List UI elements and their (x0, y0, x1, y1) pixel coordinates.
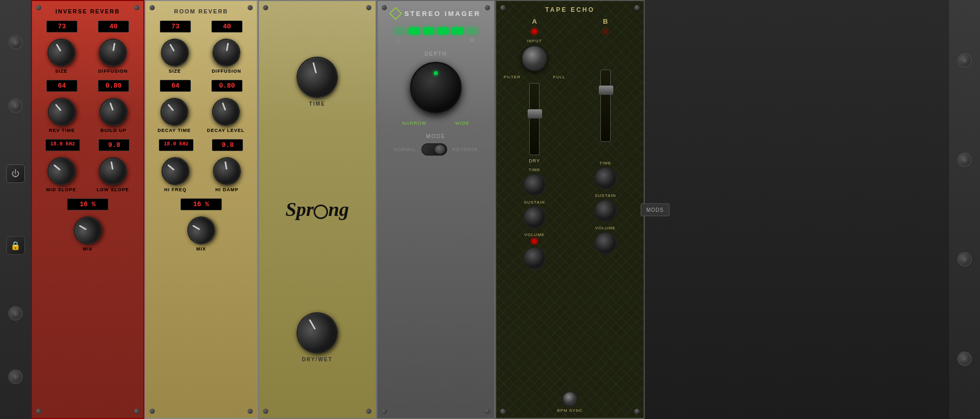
diffusion-knob[interactable] (97, 37, 129, 69)
spring-time-knob[interactable] (292, 52, 342, 103)
rr-hi-freq-knob[interactable] (156, 152, 195, 191)
spring-logo: Sprng (285, 198, 349, 221)
build-up-label: BUILD UP (101, 128, 127, 133)
lock-button[interactable]: 🔒 (6, 236, 25, 255)
size-knob[interactable] (42, 33, 80, 72)
mods-button[interactable]: MODS (641, 203, 669, 216)
spring-logo-ng: ng (328, 198, 349, 220)
build-up-knob[interactable] (95, 94, 131, 129)
rr-hifreq-hidamp-display-row: 18.0 kHz 9.8 (150, 139, 253, 151)
te-volume-knob-a[interactable] (523, 247, 546, 270)
te-channel-a: A INPUT FILTER FULL DRY (500, 18, 569, 271)
te-fader-b-thumb[interactable] (599, 86, 613, 95)
rr-hi-freq-display: 18.0 kHz (159, 139, 193, 151)
mid-slope-label: MID SLOPE (46, 187, 77, 192)
rr-size-knob-container: SIZE (161, 39, 189, 74)
rr-hi-damp-label: HI DAMP (216, 187, 239, 192)
stereo-imager-module: STEREO IMAGER L R DEPTH (377, 0, 495, 419)
panel-screw-br (134, 409, 139, 414)
room-reverb-title: ROOM REVERB (150, 6, 253, 19)
spring-screw-tl (263, 5, 268, 10)
mix-display-row: 16 % (36, 198, 139, 210)
rr-decay-level-knob[interactable] (208, 94, 243, 129)
panel-screw-bl (36, 409, 41, 414)
spring-drywet-knob[interactable] (289, 305, 345, 361)
low-slope-knob[interactable] (97, 155, 129, 188)
te-sustain-knob-b[interactable] (594, 199, 617, 222)
te-input-label: INPUT (527, 39, 542, 43)
rack-screw-bl (8, 306, 23, 321)
rack-screw-tr2 (957, 153, 972, 167)
te-fader-a-thumb[interactable] (528, 109, 542, 119)
mid-slope-knob[interactable] (42, 152, 81, 191)
si-depth-label: DEPTH (424, 51, 447, 57)
te-bpm-sync-label: BPM SYNC (557, 408, 583, 413)
te-time-knob-b[interactable] (594, 167, 617, 190)
te-filter-full-row: FILTER FULL (504, 75, 565, 79)
tape-echo-module: TAPE ECHO A INPUT FILTER FULL (495, 0, 645, 419)
si-meter-container: L R (383, 27, 489, 43)
spring-time-section: TIME (297, 57, 338, 107)
lock-icon: 🔒 (10, 241, 21, 250)
spring-coil (314, 205, 328, 219)
mix-knob-row: MIX (36, 214, 139, 254)
midslope-lowslope-knob-row: MID SLOPE LOW SLOPE (36, 155, 139, 194)
rr-size-knob[interactable] (156, 33, 194, 72)
rr-hi-damp-knob[interactable] (211, 155, 243, 188)
si-mode-toggle[interactable] (421, 143, 447, 156)
rr-mix-display-row: 16 % (150, 198, 253, 210)
te-fader-b-track (600, 70, 611, 142)
rack-screw-br2 (957, 351, 972, 366)
mid-slope-knob-container: MID SLOPE (46, 157, 77, 192)
te-channels: A INPUT FILTER FULL DRY (500, 18, 640, 271)
te-volume-label-b: VOLUME (595, 226, 616, 230)
te-time-knob-a[interactable] (523, 174, 546, 196)
rr-mix-knob-container: MIX (187, 216, 215, 252)
te-screw-tr (634, 5, 640, 10)
rr-size-label: SIZE (169, 69, 181, 74)
spring-logo-s: Spr (285, 198, 314, 220)
si-mode-label: MODE (426, 133, 446, 139)
te-fader-a-track (529, 83, 540, 155)
te-volume-knob-b[interactable] (594, 232, 617, 255)
build-up-knob-container: BUILD UP (100, 98, 127, 133)
te-title: TAPE ECHO (500, 6, 640, 13)
rev-time-knob[interactable] (42, 92, 81, 131)
modules-container: INVERSE REVERB 73 40 SIZE DIFFUSION 64 (31, 0, 949, 419)
spring-screw-br (366, 409, 371, 414)
power-button[interactable]: ⏻ (6, 164, 25, 183)
rr-diffusion-knob-container: DIFFUSION (211, 39, 241, 74)
panel-screw-br (248, 409, 253, 414)
rr-diffusion-knob[interactable] (210, 37, 243, 69)
si-depth-knob[interactable] (410, 62, 462, 113)
midfreq-lowslope-display-row: 18.0 kHz 9.8 (36, 139, 139, 151)
low-slope-knob-container: LOW SLOPE (96, 157, 129, 192)
si-screw-br (485, 409, 490, 414)
rr-mix-knob-row: MIX (150, 214, 253, 254)
panel-screw-tl (150, 5, 155, 10)
te-screw-tl (500, 5, 505, 10)
rr-diffusion-label: DIFFUSION (211, 69, 241, 74)
rr-mix-knob[interactable] (182, 211, 220, 249)
te-bpm-knob[interactable] (562, 391, 578, 407)
panel-screw-tr (248, 5, 253, 10)
spring-module: TIME Sprng DRY/WET (258, 0, 377, 419)
rr-size-display: 73 (160, 21, 191, 32)
si-meters (394, 27, 478, 35)
te-input-knob[interactable] (521, 45, 547, 71)
revtime-buildup-knob-row: REV TIME BUILD UP (36, 96, 139, 135)
si-screw-tl (382, 5, 387, 10)
mix-knob[interactable] (69, 211, 107, 249)
rr-decay-time-display: 64 (160, 80, 191, 92)
rr-decay-display-row: 64 0.80 (150, 80, 253, 92)
si-screw-tr (485, 5, 490, 10)
spring-screw-tr (366, 5, 371, 10)
spring-time-label: TIME (309, 101, 325, 107)
si-title-block: STEREO IMAGER (404, 10, 481, 18)
te-volume-a-led (532, 239, 537, 244)
te-sustain-knob-a[interactable] (523, 206, 546, 229)
te-screw-bl (500, 409, 505, 414)
si-narrow-label: NARROW (402, 121, 427, 126)
rr-decay-time-knob[interactable] (155, 92, 194, 131)
rack-screw-bl2 (8, 370, 23, 384)
